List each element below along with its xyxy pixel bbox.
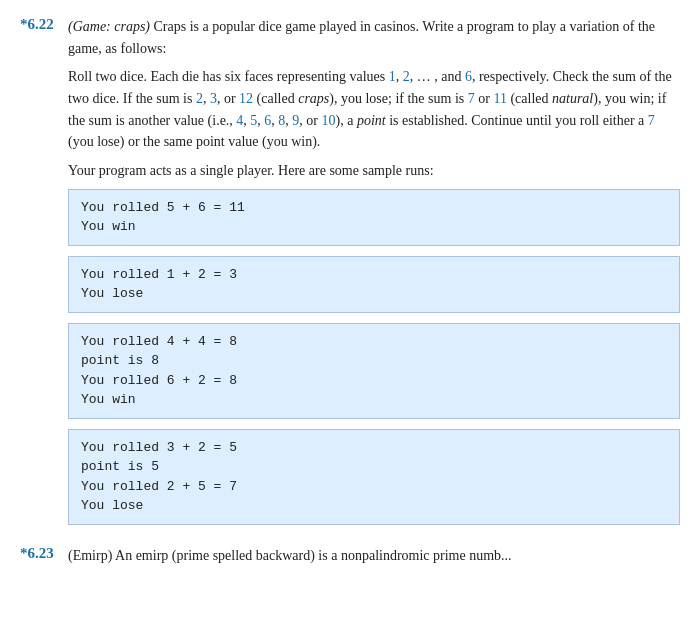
sample-run-4: You rolled 3 + 2 = 5 point is 5 You roll… [68,429,680,525]
problem-intro: (Game: craps) Craps is a popular dice ga… [68,16,680,59]
sample-run-3: You rolled 4 + 4 = 8 point is 8 You roll… [68,323,680,419]
val-6: 6 [465,69,472,84]
val-7: 7 [468,91,475,106]
problem-paragraph1: Roll two dice. Each die has six faces re… [68,66,680,153]
val-12: 12 [239,91,253,106]
val-1: 1 [389,69,396,84]
val-8: 8 [278,113,285,128]
sample-run-2: You rolled 1 + 2 = 3 You lose [68,256,680,313]
val-7b: 7 [648,113,655,128]
next-problem-number: *6.23 [20,545,68,562]
problem-section: *6.22 (Game: craps) Craps is a popular d… [20,16,680,535]
val-2: 2 [403,69,410,84]
next-problem-section: *6.23 (Emirp) An emirp (prime spelled ba… [20,545,680,567]
problem-body: (Game: craps) Craps is a popular dice ga… [68,16,680,535]
sample-run-1: You rolled 5 + 6 = 11 You win [68,189,680,246]
samples-area: You rolled 5 + 6 = 11 You win You rolled… [68,189,680,525]
val-4: 4 [236,113,243,128]
term-point: point [357,113,386,128]
intro-text: (Game: craps) Craps is a popular dice ga… [68,19,655,56]
val-11: 11 [493,91,506,106]
val-9: 9 [292,113,299,128]
val-3: 3 [210,91,217,106]
val-10: 10 [322,113,336,128]
val-5: 5 [250,113,257,128]
problem-paragraph2: Your program acts as a single player. He… [68,160,680,182]
term-natural: natural [552,91,593,106]
term-craps: craps [298,91,329,106]
problem-number: *6.22 [20,16,68,33]
next-problem-text: (Emirp) An emirp (prime spelled backward… [68,545,680,567]
val-6b: 6 [264,113,271,128]
val-2b: 2 [196,91,203,106]
